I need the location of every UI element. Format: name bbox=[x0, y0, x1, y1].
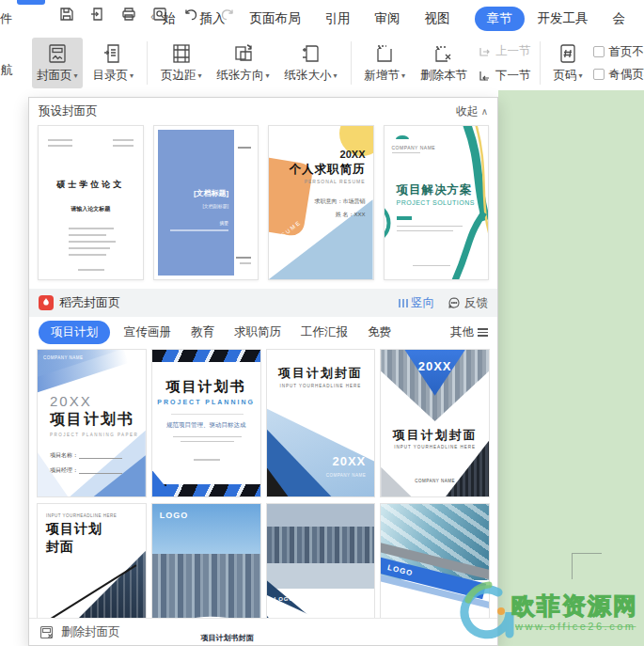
odd-even-diff-checkbox[interactable]: 奇偶页不同 bbox=[593, 67, 644, 83]
hamburger-icon bbox=[478, 328, 488, 337]
titlebar: 件 ▾ ⌄ ‹ 始 插入 页面布局 引用 审阅 视图 章节 开发工具 会 bbox=[0, 0, 644, 36]
category-project-plan[interactable]: 项目计划 bbox=[39, 321, 110, 344]
feedback-label: 反馈 bbox=[464, 295, 488, 311]
decor-line bbox=[397, 216, 412, 220]
docer-section-title: 稻壳封面页 bbox=[59, 294, 120, 311]
preset-resume-year: 20XX bbox=[340, 149, 366, 160]
decor-line bbox=[69, 234, 106, 236]
export-icon[interactable] bbox=[89, 6, 106, 23]
paper-size-button[interactable]: 纸张大小▾ bbox=[280, 38, 342, 88]
collapse-button[interactable]: 收起 ∧ bbox=[456, 103, 488, 119]
decor-line bbox=[240, 262, 251, 264]
margins-button[interactable]: 页边距▾ bbox=[156, 38, 207, 88]
category-resume[interactable]: 求职简历 bbox=[228, 321, 287, 344]
decor-line bbox=[236, 257, 251, 259]
decor-line bbox=[69, 247, 110, 249]
first-page-diff-checkbox[interactable]: 首页不同 bbox=[593, 44, 644, 60]
feedback-bubble-icon bbox=[448, 296, 461, 309]
category-education[interactable]: 教育 bbox=[185, 321, 220, 344]
tab-page-layout[interactable]: 页面布局 bbox=[250, 7, 301, 31]
delete-section-label: 删除本节 bbox=[420, 68, 467, 84]
decor-line bbox=[79, 473, 122, 474]
cover5-subtitle: INPUT YOURHEADLINE HERE bbox=[46, 513, 117, 518]
cover-page-label: 封面页 bbox=[37, 68, 72, 84]
orientation-button[interactable]: 纸张方向▾ bbox=[212, 38, 275, 88]
checkbox-icon[interactable] bbox=[593, 69, 605, 80]
preset-thesis-title: 硕士学位论文 bbox=[39, 179, 143, 191]
cover1-title: 项目计划书 bbox=[50, 410, 134, 430]
decor-line bbox=[170, 229, 228, 231]
orientation-icon bbox=[232, 42, 255, 65]
checkbox-icon[interactable] bbox=[593, 46, 605, 57]
category-brochure[interactable]: 宣传画册 bbox=[118, 321, 177, 344]
tab-dev-tools[interactable]: 开发工具 bbox=[538, 7, 589, 31]
dropdown-caret-icon: ▾ bbox=[130, 72, 134, 80]
tab-review[interactable]: 审阅 bbox=[375, 7, 401, 31]
tab-home-partial[interactable]: 始 bbox=[163, 7, 176, 31]
decor-line bbox=[69, 241, 116, 243]
template-cover-3[interactable]: 项目计划封面 INPUT YOURHEADLINE HERE 20XX COMP… bbox=[266, 349, 376, 497]
toc-page-button[interactable]: 目录页▾ bbox=[88, 38, 139, 88]
add-section-icon bbox=[373, 42, 396, 65]
file-menu-partial[interactable]: 件 bbox=[0, 10, 12, 27]
more-categories-button[interactable]: 其他 bbox=[450, 324, 488, 340]
next-section-icon bbox=[478, 69, 492, 83]
template-cover-1[interactable]: COMPANY NAME 20XX 项目计划书 PROJECT PLANNING… bbox=[37, 349, 147, 497]
template-cover-2[interactable]: 项目计划书 PROJECT PLANNING 规范项目管理、驱动目标达成 bbox=[151, 349, 261, 497]
preset-solutions-company: COMPANY NAME bbox=[392, 145, 436, 150]
delete-cover-label: 删除封面页 bbox=[61, 624, 120, 640]
category-work-report[interactable]: 工作汇报 bbox=[295, 321, 353, 344]
decor-line bbox=[181, 441, 234, 442]
chevron-up-icon: ∧ bbox=[481, 106, 488, 117]
dropdown-caret-icon: ▾ bbox=[266, 72, 270, 80]
preset-resume-title: 个人求职简历 bbox=[290, 162, 366, 178]
delete-section-button[interactable]: 删除本节 bbox=[416, 38, 472, 88]
prev-section-button[interactable]: 上一节 bbox=[478, 43, 531, 59]
next-section-label: 下一节 bbox=[495, 68, 531, 84]
template-cover-4[interactable]: 20XX 项目计划封面 INPUT YOURHEADLINE HERE COMP… bbox=[380, 349, 490, 497]
cover4-subtitle: INPUT YOURHEADLINE HERE bbox=[381, 445, 489, 449]
collapse-left-icon[interactable]: ‹ bbox=[150, 8, 155, 24]
tab-member-partial[interactable]: 会 bbox=[613, 7, 626, 31]
orientation-label: 纸张方向 bbox=[217, 68, 264, 84]
decor-line bbox=[113, 145, 134, 147]
page-number-button[interactable]: 页码▾ bbox=[549, 38, 588, 88]
navigation-pane-partial[interactable]: 航 bbox=[1, 62, 13, 79]
add-section-button[interactable]: 新增节▾ bbox=[360, 38, 411, 88]
tab-view[interactable]: 视图 bbox=[425, 7, 450, 31]
preset-cover-resume[interactable]: 20XX 个人求职简历 PERSONAL RESUME 求职意向：市场营销 姓 … bbox=[268, 125, 374, 280]
feedback-button[interactable]: 反馈 bbox=[448, 295, 488, 311]
delete-cover-button[interactable]: 删除封面页 bbox=[29, 618, 497, 645]
more-label: 其他 bbox=[450, 324, 474, 340]
cover1-subtitle: PROJECT PLANNING PAPER bbox=[50, 433, 138, 437]
tab-references[interactable]: 引用 bbox=[325, 7, 351, 31]
category-free[interactable]: 免费 bbox=[362, 321, 397, 344]
toc-page-icon bbox=[102, 42, 124, 65]
print-icon[interactable] bbox=[120, 6, 137, 23]
decor-line bbox=[194, 459, 220, 461]
save-icon[interactable] bbox=[58, 6, 75, 23]
page-number-icon bbox=[557, 42, 579, 65]
decor-line bbox=[79, 458, 122, 459]
cover-page-button[interactable]: 封面页▾ bbox=[32, 38, 83, 88]
next-section-button[interactable]: 下一节 bbox=[478, 68, 531, 84]
preset-doc-subtitle: [文档副标题] bbox=[202, 203, 228, 209]
decor-line bbox=[397, 226, 463, 227]
delete-section-icon bbox=[432, 42, 455, 65]
document-canvas[interactable] bbox=[498, 90, 644, 646]
preset-thesis-subtitle: 请输入论文标题 bbox=[39, 205, 143, 213]
cover-page-dropdown: 预设封面页 收起 ∧ 硕士学位论文 请输入论文标题 [文档标题] [文档 bbox=[28, 97, 498, 646]
preset-solutions-title: 项目解决方案 bbox=[397, 182, 473, 198]
page-margin-corner-mark bbox=[572, 553, 573, 579]
preset-cover-doc-title[interactable]: [文档标题] [文档副标题] 摘要 bbox=[153, 125, 259, 280]
preset-cover-solutions[interactable]: COMPANY NAME 项目解决方案 PROJECT SOLUTIONS bbox=[384, 125, 490, 280]
orientation-toggle-vertical[interactable]: 竖向 bbox=[399, 295, 434, 311]
cover8-logo: LOGO bbox=[387, 563, 415, 577]
tab-section-active[interactable]: 章节 bbox=[475, 7, 525, 31]
cover5-title2: 封面 bbox=[46, 539, 74, 556]
tab-insert[interactable]: 插入 bbox=[200, 7, 226, 31]
preset-cover-thesis[interactable]: 硕士学位论文 请输入论文标题 bbox=[38, 125, 144, 280]
cover1-field1: 项目名称： bbox=[50, 451, 78, 460]
cover1-year: 20XX bbox=[50, 393, 92, 409]
toc-page-label: 目录页 bbox=[93, 68, 129, 84]
